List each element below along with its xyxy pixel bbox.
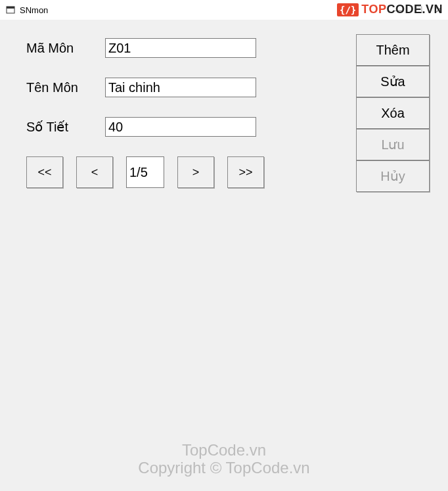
edit-button[interactable]: Sửa: [356, 66, 430, 97]
input-so-tiet[interactable]: [105, 117, 256, 137]
watermark-logo-icon: {/}: [337, 3, 359, 16]
prev-page-button[interactable]: <: [76, 156, 113, 188]
input-ma-mon[interactable]: [105, 38, 256, 58]
app-icon: [5, 5, 16, 15]
client-area: Mã Môn Tên Môn Số Tiết << < > >> Thêm Sử…: [0, 20, 448, 491]
input-ten-mon[interactable]: [105, 78, 256, 97]
label-so-tiet: Số Tiết: [13, 119, 105, 135]
application-window: SNmon — ☐ ✕ {/} TOPCODE.VN Mã Môn Tên Mô…: [0, 0, 448, 491]
add-button[interactable]: Thêm: [356, 34, 430, 66]
window-title: SNmon: [20, 5, 48, 15]
watermark-top: {/} TOPCODE.VN: [337, 3, 443, 16]
next-page-button[interactable]: >: [177, 156, 214, 188]
page-indicator-input[interactable]: [126, 156, 164, 188]
label-ma-mon: Mã Môn: [13, 41, 105, 56]
watermark-line2: Copyright © TopCode.vn: [0, 459, 448, 477]
label-ten-mon: Tên Môn: [13, 80, 105, 95]
save-button[interactable]: Lưu: [356, 129, 430, 160]
delete-button[interactable]: Xóa: [356, 97, 430, 129]
svg-rect-1: [7, 7, 14, 9]
first-page-button[interactable]: <<: [26, 156, 63, 188]
last-page-button[interactable]: >>: [227, 156, 264, 188]
watermark-text-top: TOP: [361, 3, 386, 16]
watermark-text-code: CODE.VN: [386, 3, 443, 16]
action-buttons: Thêm Sửa Xóa Lưu Hủy: [356, 34, 430, 192]
watermark-line1: TopCode.vn: [0, 442, 448, 459]
cancel-button[interactable]: Hủy: [356, 160, 430, 192]
watermark-bottom: TopCode.vn Copyright © TopCode.vn: [0, 442, 448, 477]
